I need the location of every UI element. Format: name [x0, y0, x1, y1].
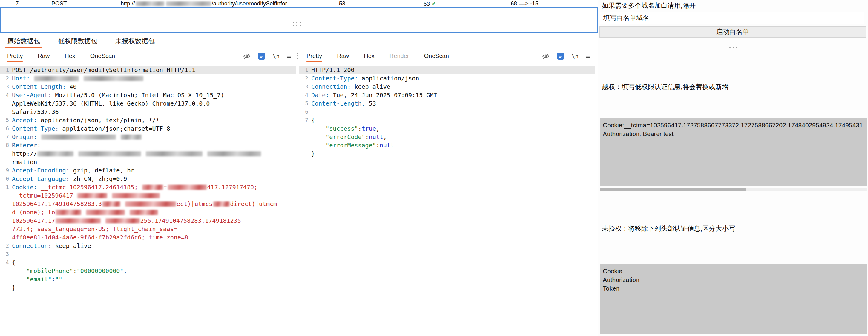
pretty-print-icon[interactable]: [557, 52, 564, 60]
unauth-header-line: Authorization: [603, 275, 864, 284]
redaction-block: [112, 193, 160, 198]
lowpriv-cookie-line: Cookie:__tctma=102596417.172758866777337…: [603, 121, 864, 130]
eye-off-icon[interactable]: [243, 53, 251, 59]
editor-splitter-handle[interactable]: [297, 53, 299, 59]
menu-icon[interactable]: ≡: [586, 52, 590, 61]
lowpriv-authorization-line: Authorization: Bearer test: [603, 130, 864, 138]
table-focus-area[interactable]: [0, 7, 598, 33]
request-editor: Pretty Raw Hex OneScan \n ≡ 1POST /autho…: [0, 49, 296, 336]
row-url: http:///authority/user/modifySelfInfor..…: [121, 0, 291, 7]
editor-toolbar-icons: \n ≡: [243, 49, 291, 63]
newline-toggle-icon[interactable]: \n: [273, 53, 280, 59]
newline-toggle-icon[interactable]: \n: [572, 53, 579, 59]
redaction-block: [105, 218, 140, 223]
plugin-config-panel: 如果需要多个域名加白请用,隔开 启动白名单 越权：填写低权限认证信息,将会替换或…: [598, 0, 868, 336]
tab-pretty[interactable]: Pretty: [306, 49, 322, 63]
tab-hex[interactable]: Hex: [64, 49, 75, 63]
redaction-block: [38, 151, 73, 156]
row-lowpriv-length: 53 ✔: [424, 0, 436, 7]
unauth-header-line: Token: [603, 284, 864, 293]
redaction-block: [146, 151, 203, 156]
tab-lowpriv-packet[interactable]: 低权限数据包: [56, 33, 100, 49]
redaction-block: [56, 218, 101, 223]
redaction-block: [56, 210, 81, 215]
table-row[interactable]: 7 POST http:///authority/user/modifySelf…: [0, 0, 598, 7]
redaction-block: [213, 201, 230, 206]
response-code-area[interactable]: 1HTTP/1.1 2002Content-Type: application/…: [299, 63, 595, 336]
redaction-block: [142, 185, 163, 190]
tab-unauth-packet[interactable]: 未授权数据包: [113, 33, 157, 49]
redaction-block: [34, 76, 79, 81]
tab-onescan[interactable]: OneScan: [424, 49, 448, 63]
redaction-block: [207, 151, 261, 156]
redaction-block: [84, 76, 143, 81]
start-whitelist-button[interactable]: 启动白名单: [599, 26, 866, 38]
check-icon: ✔: [431, 1, 436, 7]
panel-splitter-handle[interactable]: [598, 47, 868, 48]
editor-toolbar-icons: \n ≡: [542, 49, 590, 63]
request-editor-tabbar: Pretty Raw Hex OneScan \n ≡: [0, 49, 296, 63]
tab-raw[interactable]: Raw: [38, 49, 50, 63]
eye-off-icon[interactable]: [542, 53, 550, 59]
redaction-block: [166, 1, 211, 6]
redaction-block: [168, 185, 207, 190]
menu-icon[interactable]: ≡: [287, 52, 291, 61]
unauth-section-label: 未授权：将移除下列头部认证信息,区分大小写: [602, 224, 735, 233]
redaction-block: [136, 1, 164, 6]
row-id: 7: [16, 0, 19, 7]
tab-original-packet[interactable]: 原始数据包: [5, 33, 42, 49]
redaction-block: [78, 151, 141, 156]
row-unauth-length: 68 ==> -15: [511, 0, 538, 7]
splitter-handle[interactable]: [293, 22, 301, 26]
scrollbar-thumb[interactable]: [600, 188, 746, 191]
tab-raw[interactable]: Raw: [337, 49, 349, 63]
redaction-block: [41, 135, 116, 140]
whitelist-domain-input[interactable]: [600, 12, 864, 24]
redaction-block: [102, 201, 120, 206]
lowpriv-section-label: 越权：填写低权限认证信息,将会替换或新增: [602, 83, 728, 91]
redaction-block: [86, 210, 125, 215]
tab-render[interactable]: Render: [390, 49, 409, 63]
tab-onescan[interactable]: OneScan: [90, 49, 115, 63]
redaction-block: [78, 193, 107, 198]
horizontal-scrollbar[interactable]: [600, 188, 867, 191]
unauth-headers-textarea[interactable]: Cookie Authorization Token: [600, 264, 867, 334]
response-editor: Pretty Raw Hex Render OneScan \n ≡ 1HTTP…: [299, 49, 595, 336]
row-original-length: 53: [339, 0, 345, 7]
response-editor-tabbar: Pretty Raw Hex Render OneScan \n ≡: [299, 49, 595, 63]
packet-tabbar: 原始数据包 低权限数据包 未授权数据包: [0, 33, 598, 49]
tab-hex[interactable]: Hex: [364, 49, 375, 63]
pretty-print-icon[interactable]: [258, 52, 266, 60]
redaction-block: [121, 135, 142, 140]
request-code-area[interactable]: 1POST /authority/user/modifySelfInformat…: [0, 63, 296, 336]
burp-authz-plugin-window: 7 POST http:///authority/user/modifySelf…: [0, 0, 868, 336]
whitelist-hint-label: 如果需要多个域名加白请用,隔开: [602, 1, 696, 10]
lowpriv-auth-textarea[interactable]: Cookie:__tctma=102596417.172758866777337…: [600, 118, 867, 186]
unauth-header-line: Cookie: [603, 267, 864, 275]
redaction-block: [130, 210, 158, 215]
tab-pretty[interactable]: Pretty: [7, 49, 23, 63]
row-method: POST: [51, 0, 67, 7]
redaction-block: [125, 201, 176, 206]
